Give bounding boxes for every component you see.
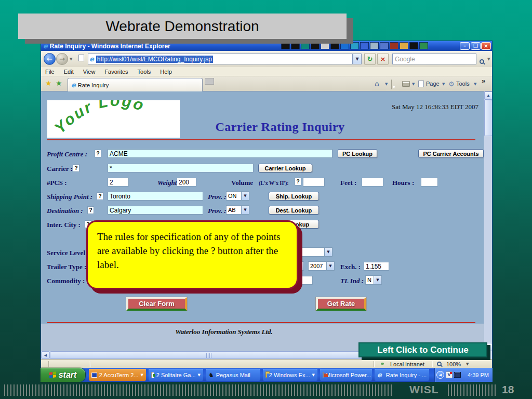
titlebar-shortcut-icons[interactable] [281, 42, 428, 49]
carrier-lookup-button[interactable]: Carrier Lookup [258, 164, 312, 172]
pc-lookup-button[interactable]: PC Lookup [338, 149, 377, 158]
display-tray-icon[interactable] [454, 372, 461, 378]
status-zoom-level[interactable]: 100% [446, 361, 461, 367]
print-dropdown-icon[interactable]: ▼ [412, 82, 415, 86]
search-dropdown-icon[interactable]: ▼ [487, 57, 490, 61]
forward-button[interactable]: → [56, 53, 68, 65]
menu-edit[interactable]: Edit [64, 69, 74, 75]
vnc-tray-icon[interactable]: V [446, 371, 453, 378]
chevron-down-icon[interactable]: ▼ [326, 262, 334, 270]
menu-help[interactable]: Help [160, 69, 172, 75]
tools-dropdown-icon[interactable]: ▼ [474, 82, 476, 86]
get-rate-button[interactable]: Get Rate [316, 297, 366, 311]
start-button[interactable]: start [41, 368, 85, 382]
add-favorite-icon[interactable]: ★ [56, 79, 62, 87]
app-shortcut-icon[interactable] [281, 42, 290, 49]
app-shortcut-icon[interactable] [409, 42, 418, 49]
menu-tools[interactable]: Tools [138, 69, 151, 75]
app-shortcut-icon[interactable] [321, 42, 329, 49]
volume-help-button[interactable]: ? [295, 178, 301, 185]
weight-input[interactable]: 200 [177, 178, 196, 187]
history-dropdown-icon[interactable]: ▼ [70, 57, 72, 61]
taskbar-item-rate-inquiry[interactable]: e Rate Inquiry - ... [375, 369, 429, 381]
print-icon[interactable] [402, 81, 410, 87]
horizontal-scroll-thumb[interactable] [50, 351, 374, 359]
ship-lookup-button[interactable]: Ship. Lookup [269, 192, 319, 201]
minimize-button[interactable]: – [460, 42, 470, 50]
address-input[interactable]: e http://wisl01/wisl/EMCORating_Inquiry.… [88, 54, 353, 64]
zoom-dropdown-icon[interactable]: ▼ [466, 362, 469, 366]
refresh-button[interactable]: ↻ [364, 53, 376, 65]
taskbar-item-solitaire[interactable]: 2 Solitaire Ga... ▼ [149, 369, 203, 381]
profit-centre-help-button[interactable]: ? [95, 150, 101, 157]
carrier-help-button[interactable]: ? [73, 164, 79, 172]
scroll-left-icon[interactable]: ◀ [41, 351, 50, 359]
continue-button[interactable]: Left Click to Continue [358, 342, 487, 357]
volume-input[interactable] [303, 178, 325, 187]
home-icon[interactable]: ⌂ [375, 79, 379, 88]
shipping-point-input[interactable]: Toronto [108, 192, 203, 201]
tray-collapse-icon[interactable]: ◀ [436, 371, 444, 379]
shipping-prov-select[interactable]: ON ▼ [226, 191, 249, 201]
app-shortcut-icon[interactable] [330, 42, 339, 49]
carrier-input[interactable]: * [108, 164, 254, 172]
page-menu-icon[interactable] [418, 81, 424, 87]
app-shortcut-icon[interactable] [380, 42, 389, 49]
app-shortcut-icon[interactable] [311, 42, 320, 49]
search-icon[interactable] [480, 59, 484, 64]
vertical-scrollbar[interactable]: ▲ ▼ [484, 91, 492, 351]
destination-input[interactable]: Calgary [108, 206, 203, 215]
exch-input[interactable]: 1.155 [364, 262, 389, 271]
clear-form-button[interactable]: Clear Form [126, 297, 187, 311]
close-button[interactable]: × [481, 42, 491, 50]
stop-button[interactable]: × [377, 53, 389, 65]
tools-menu-label[interactable]: Tools [456, 81, 470, 87]
app-shortcut-icon[interactable] [390, 42, 398, 49]
menu-favorites[interactable]: Favorites [104, 69, 128, 75]
dest-lookup-button[interactable]: Dest. Lookup [269, 206, 319, 215]
search-input[interactable]: Google [392, 54, 476, 64]
taskbar-item-accuterm[interactable]: 2 AccuTerm 2... ▼ [89, 369, 146, 381]
feet-input[interactable] [362, 178, 383, 187]
menu-file[interactable]: File [45, 69, 55, 75]
address-dropdown-icon[interactable]: ▼ [353, 54, 362, 64]
app-shortcut-icon[interactable] [291, 42, 300, 49]
taskbar-item-explorer[interactable]: 2 Windows Ex... ▼ [263, 369, 317, 381]
profit-centre-input[interactable]: ACME [108, 149, 332, 158]
page-dropdown-icon[interactable]: ▼ [442, 82, 445, 86]
app-shortcut-icon[interactable] [301, 42, 310, 49]
chevron-down-icon[interactable]: ▼ [374, 276, 381, 284]
page-menu-label[interactable]: Page [426, 81, 440, 87]
scroll-up-icon[interactable]: ▲ [484, 91, 492, 100]
hours-input[interactable] [421, 178, 438, 187]
app-shortcut-icon[interactable] [340, 42, 349, 49]
taskbar-item-powerpoint[interactable]: Microsoft Power... [320, 369, 372, 381]
vertical-scroll-thumb[interactable] [484, 100, 492, 136]
favorites-star-icon[interactable]: ★ [45, 79, 52, 87]
zoom-icon[interactable] [437, 362, 442, 366]
app-shortcut-icon[interactable] [360, 42, 369, 49]
year-select[interactable]: 2007 ▼ [308, 261, 335, 271]
app-shortcut-icon[interactable] [400, 42, 408, 49]
address-url[interactable]: http://wisl01/wisl/EMCORating_Inquiry.js… [96, 56, 213, 63]
chevron-down-icon[interactable]: ▼ [324, 248, 332, 256]
menu-view[interactable]: View [83, 69, 96, 75]
pc-carrier-accounts-button[interactable]: PC Carrier Accounts [418, 149, 484, 158]
chevron-down-icon[interactable]: ▼ [241, 192, 249, 200]
tl-ind-select[interactable]: N ▼ [365, 275, 382, 285]
gear-icon[interactable]: ⚙ [448, 80, 455, 88]
restore-button[interactable]: ❐ [471, 42, 481, 50]
destination-help-button[interactable]: ? [87, 206, 94, 214]
shipping-help-button[interactable]: ? [97, 192, 103, 200]
app-shortcut-icon[interactable] [350, 42, 359, 49]
chevron-down-icon[interactable]: ▼ [241, 206, 249, 214]
tab-rate-inquiry[interactable]: e Rate Inquiry [68, 78, 203, 91]
rss-feed-icon[interactable] [391, 79, 392, 89]
more-toolbar-chevron[interactable]: » [482, 77, 485, 85]
window-titlebar[interactable]: e Rate Inquiry - Windows Internet Explor… [41, 41, 492, 51]
home-dropdown-icon[interactable]: ▼ [385, 82, 388, 86]
destination-prov-select[interactable]: AB ▼ [226, 205, 249, 215]
app-shortcut-icon[interactable] [370, 42, 379, 49]
taskbar-item-pegasus[interactable]: ♞ Pegasus Mail [206, 369, 260, 381]
app-shortcut-icon[interactable] [419, 42, 428, 49]
